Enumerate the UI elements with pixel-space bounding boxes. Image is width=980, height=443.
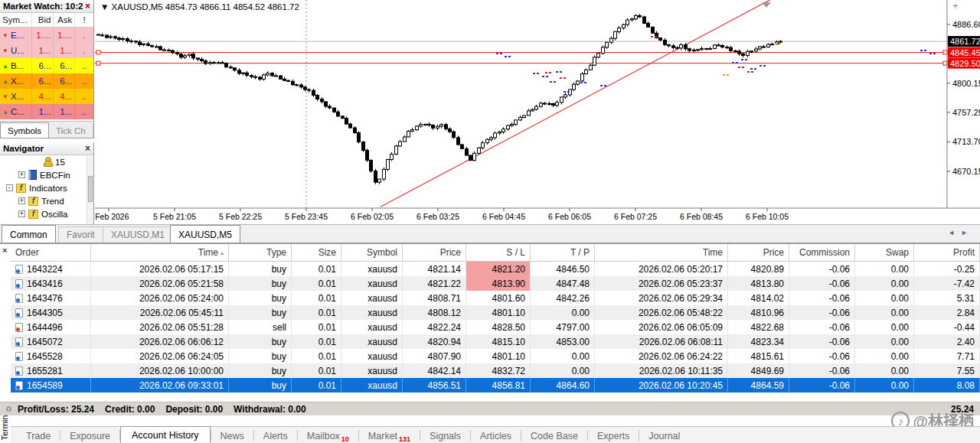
cell-value: 0.00 [891,380,909,391]
column-header-10[interactable]: Commission [789,244,855,261]
scrollbar-thumb[interactable] [88,176,93,202]
navigator-item-trend[interactable]: +fTrend [0,194,93,207]
close-icon[interactable]: × [2,246,7,255]
cell-value: buy [272,308,286,318]
collapse-icon[interactable]: - [6,184,13,191]
cell-value: 2026.02.06 05:45:11 [140,308,224,318]
column-header-12[interactable]: Profit [914,244,980,261]
commission: -0.06 [789,262,855,276]
terminal-tab-news[interactable]: News [211,428,253,443]
table-row[interactable]: 16432242026.02.06 05:17:15buy0.01xauusd4… [11,262,980,276]
terminal-tab-alerts[interactable]: Alerts [254,428,297,443]
cell-value: 0.00 [891,351,909,362]
cell-value: 4822.68 [751,322,784,333]
terminal-tab-articles[interactable]: Articles [471,428,521,443]
terminal-tab-trade[interactable]: Trade [17,428,60,443]
table-row[interactable]: 16450722026.02.06 06:06:12buy0.01xauusd4… [11,334,980,349]
market-watch-row[interactable]: ▲X...6...6..... [0,73,93,89]
column-header-6[interactable]: S / L [466,244,531,261]
cell-value: 4815.61 [751,351,784,362]
terminal-tab-market[interactable]: Market131 [359,428,420,443]
profit: 7.55 [914,363,980,378]
navigator-item-indicators[interactable]: -fIndicators [0,181,93,194]
status-icon [6,406,11,412]
stop-loss: 4821.20 [466,262,531,276]
cell-value: sell [273,322,286,333]
terminal-tab-account-history[interactable]: Account History [120,426,211,443]
cell-value: buy [272,279,286,289]
scroll-right-icon[interactable]: ► [961,229,974,236]
column-header-1[interactable]: Time▴ [91,244,229,261]
close-time: 2026.02.06 05:48:22 [595,305,728,320]
column-header-2[interactable]: Type [229,244,292,261]
spread-value: . [75,43,93,58]
stop-loss: 4813.90 [466,276,531,291]
scroll-left-icon[interactable]: ◄ [948,229,961,236]
terminal-tab-code-base[interactable]: Code Base [521,428,587,443]
market-watch-row[interactable]: ▲B...6...6..... [0,58,93,73]
cell-value: 4853.00 [557,337,590,347]
table-row[interactable]: 16552812026.02.06 10:00:00buy0.01xauusd4… [11,363,980,378]
chart-tab-scroll[interactable]: ◄► [948,229,974,236]
market-watch-col-0[interactable]: Sym... [0,13,32,27]
price-chart[interactable]: +4886.604800.154757.254713.704670.154861… [95,0,980,224]
terminal-tab-experts[interactable]: Experts [588,428,639,443]
cell-value: 4801.10 [492,351,525,362]
order-type: buy [229,378,292,393]
navigator-item-ebcfin[interactable]: +EBCFin [0,168,93,181]
expand-icon[interactable]: + [18,210,25,217]
terminal-tab-journal[interactable]: Journal [639,428,689,443]
market-watch-col-3[interactable]: ! [75,13,93,27]
market-watch-row[interactable]: ▼E...1....1..... [0,28,93,43]
tab-tick-chart[interactable]: Tick Ch [49,124,93,138]
order-type: buy [229,305,292,320]
chart-tab-xauusd-m5[interactable]: XAUUSD,M5 [170,225,240,243]
terminal-tab-exposure[interactable]: Exposure [60,428,119,443]
close-icon[interactable]: × [85,145,90,152]
column-header-7[interactable]: T / P [531,244,595,261]
tree-item-label: 15 [55,158,65,167]
chart-area[interactable]: +4886.604800.154757.254713.704670.154861… [95,0,980,224]
expand-icon[interactable]: + [18,197,25,204]
order-id: 1654589 [11,378,91,393]
tab-symbols[interactable]: Symbols [0,122,49,138]
tab-common[interactable]: Common [2,225,56,243]
navigator-titlebar[interactable]: Navigator × [0,142,93,155]
column-header-3[interactable]: Size [292,244,341,261]
close-icon[interactable]: × [85,2,90,10]
table-row[interactable]: 16443052026.02.06 05:45:11buy0.01xauusd4… [11,305,980,320]
expand-icon[interactable]: + [18,171,25,178]
arrow-down-icon: ▼ [2,93,8,100]
column-header-4[interactable]: Symbol [341,244,403,261]
table-row[interactable]: 16434762026.02.06 05:24:00buy0.01xauusd4… [11,291,980,305]
swap: 0.00 [855,334,914,349]
terminal-tab-signals[interactable]: Signals [420,428,470,443]
chart-tab-xauusd-m1[interactable]: XAUUSD,M1 [103,226,173,243]
terminal-tab-mailbox[interactable]: Mailbox10 [298,428,358,443]
table-row[interactable]: 16455282026.02.06 06:24:05buy0.01xauusd4… [11,349,980,363]
tab-label: Signals [430,431,461,441]
tab-label: Mailbox [307,431,340,441]
cell-value: 8.08 [957,380,975,391]
column-header-8[interactable]: Time [595,244,728,261]
market-watch-col-2[interactable]: Ask [54,13,75,27]
market-watch-row[interactable]: ▲C...1...1..... [0,104,93,119]
market-watch-row[interactable]: ▼X...4...4..... [0,89,93,104]
table-row[interactable]: 16545892026.02.06 09:33:01buy0.01xauusd4… [11,378,980,393]
market-watch-col-1[interactable]: Bid [32,13,54,27]
navigator-item-15[interactable]: 15 [0,155,93,168]
column-header-11[interactable]: Swap [855,244,914,261]
column-header-9[interactable]: Price [728,244,789,261]
order-symbol: xauusd [341,349,403,363]
column-header-0[interactable]: Order [11,244,91,261]
table-row[interactable]: 16434162026.02.06 05:21:58buy0.01xauusd4… [11,276,980,291]
table-row[interactable]: 16444962026.02.06 05:51:28sell0.01xauusd… [11,320,980,334]
market-watch-titlebar[interactable]: Market Watch: 10:2 × [0,0,93,13]
column-header-5[interactable]: Price [403,244,466,261]
navigator-item-oscilla[interactable]: +fOscilla [0,207,93,220]
market-watch-row[interactable]: ▼U...1...1.... [0,43,93,58]
navigator-scrollbar[interactable] [87,156,93,224]
order-id: 1643224 [11,262,91,276]
arrow-up-icon: ▲ [2,63,8,70]
tab-favorites[interactable]: Favorit [58,226,103,243]
